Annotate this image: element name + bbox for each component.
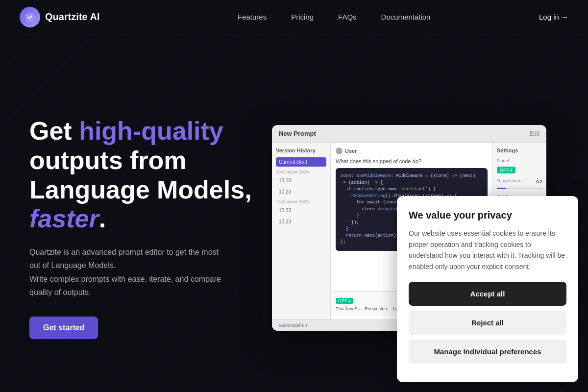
hero-title-period: . [99,204,106,233]
cookie-consent-modal: We value your privacy Our website uses e… [397,196,578,382]
date1: 20 October 2023 [276,170,326,174]
logo[interactable]: Quartzite AI [20,7,100,27]
nav-documentation[interactable]: Documentation [381,13,431,21]
model-badge: GPT-4 [497,167,515,173]
hero-subtitle: Quartzite is an advanced prompt editor t… [29,245,225,299]
submissions-value: 4 [305,323,308,328]
hero-subtitle-line2: Write complex prompts with ease, iterate… [29,275,221,296]
settings-title: Settings [497,147,542,153]
current-draft[interactable]: Current Draft [276,157,326,167]
version-panel: Version History Current Draft 20 October… [272,143,331,329]
user-panel-header: User [336,147,488,154]
manage-preferences-button[interactable]: Manage Individual preferences [409,340,566,364]
time1a[interactable]: 15:18 [276,176,326,185]
user-icon [336,147,343,154]
model-label: Model [497,158,542,163]
hero-title-italic: faster [29,204,99,233]
temperature-bar-fill [497,188,506,189]
time2b[interactable]: 10:23 [276,217,326,226]
hero-title-part1: Get [29,117,79,145]
navbar: Quartzite AI Features Pricing FAQs Docum… [0,0,588,34]
version-history-title: Version History [276,147,326,153]
nav-faqs[interactable]: FAQs [338,13,357,21]
nav-pricing[interactable]: Pricing [291,13,314,21]
hero-title: Get high-quality outputs fromLanguage Mo… [29,117,260,234]
login-button[interactable]: Log in → [539,13,568,21]
cookie-title: We value your privacy [409,210,566,221]
cookie-body: Our website uses essential cookies to en… [409,228,566,272]
time1b[interactable]: 10:23 [276,187,326,196]
mockup-edit[interactable]: Edit [529,130,539,137]
code-line-1: const sseMiddleware: Middleware = (store… [341,173,483,186]
svg-point-0 [25,12,35,22]
hero-title-part2: outputs fromLanguage Models,faster. [29,146,252,233]
code-line-2: if (action.type === 'sse/start') { [341,186,483,193]
nav-links: Features Pricing FAQs Documentation [129,13,539,21]
logo-icon [20,7,40,27]
temperature-label: Temperature [497,178,522,183]
reject-all-button[interactable]: Reject all [409,311,566,335]
nav-features[interactable]: Features [238,13,267,21]
code-question: What does this snipped of code do? [336,158,488,164]
hero-subtitle-line1: Quartzite is an advanced prompt editor t… [29,248,219,270]
date2: 19 October 2023 [276,199,326,204]
mockup-titlebar: New Prompt Edit [272,125,546,143]
temperature-row: Temperature 0.2 [497,178,542,185]
submissions-info: Submissions 4 [279,323,308,328]
submissions-label: Submissions [279,323,304,328]
svg-point-1 [25,14,28,17]
mockup-title: New Prompt [279,130,316,137]
hero-title-highlight: high-quality [79,117,223,145]
logo-text: Quartzite AI [45,11,100,23]
hero-left: Get high-quality outputs fromLanguage Mo… [29,117,260,339]
user-label: User [345,148,357,154]
accept-all-button[interactable]: Accept all [409,282,566,306]
temperature-bar [497,188,542,189]
get-started-button[interactable]: Get started [29,317,98,339]
gpt-badge: GPT-4 [336,298,353,304]
time2a[interactable]: 12:33 [276,206,326,215]
temperature-value: 0.2 [536,179,542,184]
